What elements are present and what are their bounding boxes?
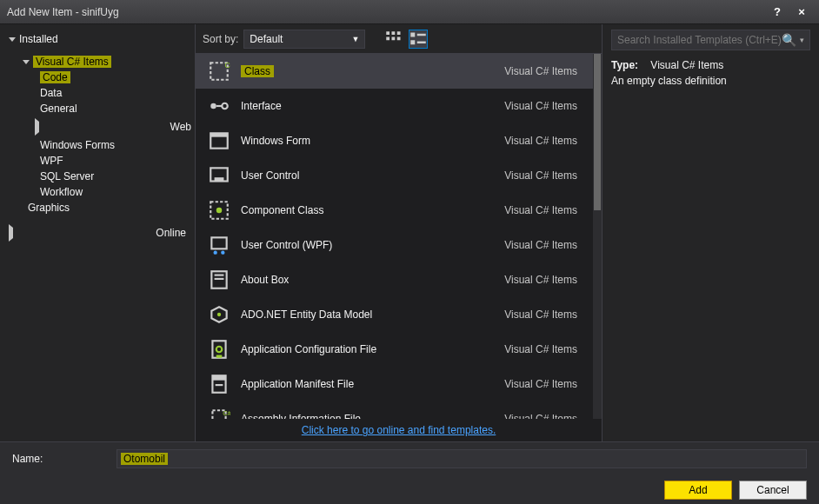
template-icon bbox=[208, 199, 230, 222]
chevron-right-icon bbox=[9, 224, 152, 242]
online-templates-link-row: Click here to go online and find templat… bbox=[196, 419, 602, 441]
close-button[interactable]: × bbox=[789, 3, 814, 21]
chevron-down-icon bbox=[9, 37, 16, 42]
template-icon bbox=[208, 164, 230, 187]
dropdown-chevron-icon[interactable]: ▾ bbox=[800, 36, 804, 44]
chevron-down-icon: ▼ bbox=[351, 35, 359, 43]
help-button[interactable]: ? bbox=[765, 3, 789, 21]
template-category: Visual C# Items bbox=[504, 100, 577, 112]
tree-node-windows-forms[interactable]: Windows Forms bbox=[0, 137, 195, 153]
template-name: About Box bbox=[241, 274, 494, 286]
template-item[interactable]: InterfaceVisual C# Items bbox=[196, 89, 593, 123]
type-description: An empty class definition bbox=[611, 75, 810, 87]
template-name: Interface bbox=[241, 100, 494, 112]
details-pane: 🔍 ▾ Type: Visual C# Items An empty class… bbox=[602, 24, 819, 441]
svg-rect-1 bbox=[392, 31, 396, 35]
template-icon bbox=[208, 373, 230, 395]
name-label: Name: bbox=[12, 453, 99, 465]
type-value: Visual C# Items bbox=[650, 59, 723, 71]
online-templates-link[interactable]: Click here to go online and find templat… bbox=[302, 424, 496, 436]
svg-point-29 bbox=[216, 347, 223, 353]
tree-node-graphics[interactable]: Graphics bbox=[0, 200, 195, 216]
template-category: Visual C# Items bbox=[504, 378, 577, 390]
search-input[interactable] bbox=[617, 34, 782, 46]
template-item[interactable]: C#Assembly Information FileVisual C# Ite… bbox=[196, 401, 593, 419]
template-category: Visual C# Items bbox=[504, 65, 577, 77]
tree-node-online[interactable]: Online bbox=[0, 221, 195, 245]
svg-point-27 bbox=[217, 313, 221, 316]
template-categories-tree: Installed Visual C# Items Code Data Gene… bbox=[0, 24, 196, 441]
sort-by-label: Sort by: bbox=[203, 33, 238, 45]
dialog-footer: Name: Otomobil Add Cancel bbox=[0, 441, 819, 504]
template-item[interactable]: Application Configuration FileVisual C# … bbox=[196, 332, 593, 367]
template-list: C#ClassVisual C# ItemsInterfaceVisual C#… bbox=[196, 54, 593, 419]
template-category: Visual C# Items bbox=[504, 274, 577, 286]
vertical-scrollbar[interactable] bbox=[593, 54, 602, 419]
svg-rect-3 bbox=[387, 36, 390, 40]
svg-rect-0 bbox=[387, 31, 390, 35]
sort-by-dropdown[interactable]: Default ▼ bbox=[243, 30, 365, 49]
search-icon[interactable]: 🔍 bbox=[782, 33, 796, 47]
template-icon bbox=[208, 338, 230, 361]
template-icon: C# bbox=[208, 60, 230, 83]
template-category: Visual C# Items bbox=[504, 413, 577, 419]
svg-rect-9 bbox=[417, 41, 426, 43]
svg-rect-18 bbox=[215, 177, 224, 181]
template-item[interactable]: About BoxVisual C# Items bbox=[196, 262, 593, 297]
tree-node-installed[interactable]: Installed bbox=[0, 30, 195, 49]
template-item[interactable]: User ControlVisual C# Items bbox=[196, 158, 593, 193]
template-item[interactable]: ADO.NET Entity Data ModelVisual C# Items bbox=[196, 297, 593, 332]
svg-rect-8 bbox=[411, 40, 416, 44]
name-input[interactable]: Otomobil bbox=[117, 449, 807, 468]
template-name: Class bbox=[241, 65, 274, 77]
template-item[interactable]: Windows FormVisual C# Items bbox=[196, 123, 593, 158]
template-category: Visual C# Items bbox=[504, 308, 577, 321]
template-icon bbox=[208, 303, 230, 326]
template-item[interactable]: C#ClassVisual C# Items bbox=[196, 54, 593, 89]
template-name: Assembly Information File bbox=[241, 413, 494, 419]
type-label: Type: bbox=[611, 59, 648, 71]
add-button[interactable]: Add bbox=[664, 481, 732, 500]
svg-rect-16 bbox=[210, 133, 228, 136]
tree-node-code[interactable]: Code bbox=[0, 70, 195, 85]
svg-point-20 bbox=[216, 208, 223, 214]
search-box[interactable]: 🔍 ▾ bbox=[611, 30, 810, 50]
template-name: User Control bbox=[241, 169, 494, 182]
tree-node-web[interactable]: Web bbox=[0, 116, 195, 137]
svg-rect-7 bbox=[417, 33, 426, 36]
chevron-right-icon bbox=[35, 118, 167, 136]
svg-rect-25 bbox=[215, 275, 224, 276]
template-name: ADO.NET Entity Data Model bbox=[241, 308, 494, 321]
tree-node-sql-server[interactable]: SQL Server bbox=[0, 169, 195, 184]
tree-node-data[interactable]: Data bbox=[0, 85, 195, 101]
template-category: Visual C# Items bbox=[504, 169, 577, 182]
svg-rect-5 bbox=[397, 36, 401, 40]
template-item[interactable]: User Control (WPF)Visual C# Items bbox=[196, 228, 593, 262]
svg-point-22 bbox=[214, 251, 217, 255]
svg-rect-26 bbox=[215, 278, 224, 280]
list-icon bbox=[410, 30, 427, 48]
template-category: Visual C# Items bbox=[504, 204, 577, 216]
svg-rect-30 bbox=[216, 355, 223, 358]
template-category: Visual C# Items bbox=[504, 239, 577, 251]
svg-rect-21 bbox=[211, 237, 226, 249]
template-item[interactable]: Application Manifest FileVisual C# Items bbox=[196, 367, 593, 401]
cancel-button[interactable]: Cancel bbox=[739, 481, 807, 500]
scrollbar-thumb[interactable] bbox=[594, 54, 601, 210]
view-medium-icons-button[interactable] bbox=[409, 30, 428, 49]
template-name: Component Class bbox=[241, 204, 494, 216]
template-icon bbox=[208, 95, 230, 117]
window-title: Add New Item - sinifUyg bbox=[5, 6, 765, 18]
list-toolbar: Sort by: Default ▼ bbox=[196, 24, 602, 54]
template-item[interactable]: Component ClassVisual C# Items bbox=[196, 193, 593, 228]
view-small-icons-button[interactable] bbox=[384, 30, 403, 49]
template-icon bbox=[208, 129, 230, 152]
svg-rect-6 bbox=[411, 32, 416, 36]
tree-node-general[interactable]: General bbox=[0, 101, 195, 116]
svg-point-13 bbox=[222, 103, 228, 109]
tree-node-visual-csharp-items[interactable]: Visual C# Items bbox=[0, 54, 195, 70]
grid-small-icon bbox=[385, 30, 403, 48]
svg-text:C#: C# bbox=[223, 409, 230, 417]
tree-node-wpf[interactable]: WPF bbox=[0, 153, 195, 169]
tree-node-workflow[interactable]: Workflow bbox=[0, 184, 195, 200]
